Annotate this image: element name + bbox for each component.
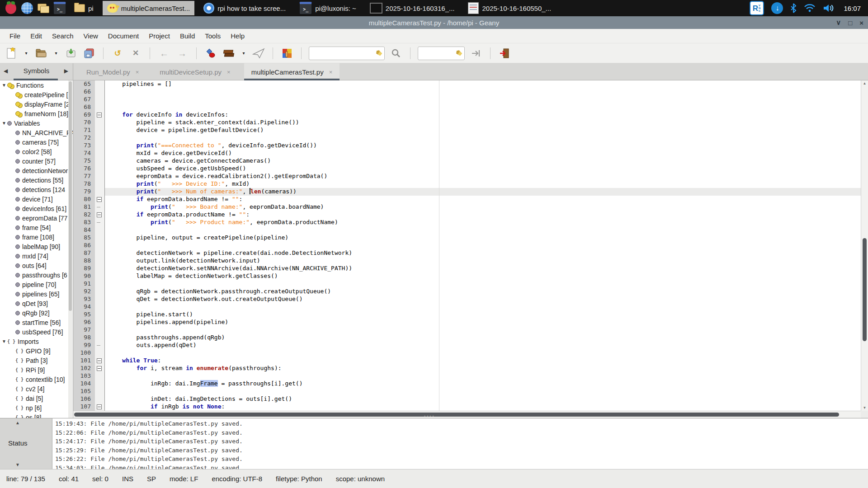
line-number[interactable]: 81 [73,203,95,211]
symbol-category[interactable]: ▼Functions [0,80,73,90]
sidebar-scrollbar[interactable] [68,80,72,418]
expander-icon[interactable]: ▼ [2,121,7,126]
code-line[interactable]: 70 pipeline = stack.enter_context(dai.Pi… [73,119,861,127]
close-file-icon[interactable]: ✕ [129,46,142,61]
code-line[interactable]: 83 print(" >>> Product name:", eepromDat… [73,219,861,226]
code-line[interactable]: 102 for i, stream in enumerate(passthrou… [73,365,861,372]
editor-tab[interactable]: multiDeviceSetup.py× [152,63,237,80]
run-icon[interactable] [252,46,265,61]
fold-margin[interactable] [95,357,105,365]
fold-collapse-icon[interactable] [97,366,102,371]
code-line[interactable]: 68 [73,103,861,111]
menu-document[interactable]: Document [103,32,144,40]
fold-margin[interactable] [95,265,105,272]
line-number[interactable]: 85 [73,234,95,242]
symbol-item[interactable]: NN_ARCHIVE_PAT [0,128,73,137]
code-line[interactable]: 95 pipeline.start() [73,311,861,319]
fold-margin[interactable] [95,173,105,180]
fold-margin[interactable] [95,342,105,349]
new-file-dropdown-icon[interactable]: ▾ [23,46,30,61]
updates-icon[interactable]: ↓ [771,2,783,14]
search-input[interactable] [309,47,385,60]
code-line[interactable]: 87 detectionNetwork = pipeline.create(da… [73,249,861,257]
close-window-icon[interactable]: × [859,19,863,27]
code-line[interactable]: 65 pipelines = [] [73,80,861,88]
symbol-item[interactable]: detections [124 [0,185,73,194]
line-number[interactable]: 84 [73,226,95,234]
wifi-icon[interactable] [804,4,816,13]
symbol-item[interactable]: { }Path [3] [0,356,73,365]
symbol-item[interactable]: createPipeline [1 [0,90,73,99]
symbol-item[interactable]: { }RPi [9] [0,365,73,375]
line-number[interactable]: 101 [73,357,95,365]
fold-margin[interactable] [95,111,105,119]
line-number[interactable]: 104 [73,380,95,388]
code-line[interactable]: 88 output.link(detectionNetwork.input) [73,257,861,265]
fold-margin[interactable] [95,119,105,127]
editor-tab[interactable]: Run_Model.py× [79,63,146,80]
symbol-item[interactable]: passthroughs [6 [0,270,73,280]
open-file-dropdown-icon[interactable]: ▾ [52,46,60,61]
tab-close-icon[interactable]: × [227,69,231,75]
symbol-item[interactable]: { }dai [5] [0,394,73,403]
line-number[interactable]: 106 [73,395,95,403]
fold-margin[interactable] [95,134,105,142]
symbol-item[interactable]: frame [108] [0,232,73,242]
tab-close-icon[interactable]: × [136,69,139,75]
code-line[interactable]: 93 qDet = detectionNetwork.out.createOut… [73,296,861,303]
code-line[interactable]: 72 [73,134,861,142]
symbol-item[interactable]: qRgb [92] [0,308,73,318]
line-number[interactable]: 83 [73,219,95,226]
taskbar-task[interactable]: rpi how to take scree... [199,1,290,15]
fold-margin[interactable] [95,403,105,411]
line-number[interactable]: 67 [73,96,95,103]
symbol-item[interactable]: frameNorm [18] [0,109,73,118]
message-tab-status[interactable]: Status [8,439,28,447]
code-line[interactable]: 86 [73,242,861,249]
fold-margin[interactable] [95,326,105,334]
fold-margin[interactable] [95,234,105,242]
new-file-icon[interactable] [5,46,18,61]
line-number[interactable]: 91 [73,280,95,288]
fold-margin[interactable] [95,388,105,395]
fold-margin[interactable] [95,103,105,111]
vnc-icon[interactable]: RVNC [750,1,764,15]
symbol-item[interactable]: { }GPIO [9] [0,346,73,356]
fold-margin[interactable] [95,272,105,280]
fold-margin[interactable] [95,165,105,173]
symbol-item[interactable]: eepromData [77 [0,213,73,223]
code-line[interactable]: 97 [73,326,861,334]
line-number[interactable]: 66 [73,88,95,96]
web-browser-icon[interactable] [21,2,33,14]
code-line[interactable]: 96 pipelines.append(pipeline) [73,319,861,326]
sidebar-tab-symbols[interactable]: ◀ Symbols ▶ [0,63,73,80]
maximize-icon[interactable]: □ [848,19,852,27]
menu-edit[interactable]: Edit [25,32,47,40]
fold-margin[interactable] [95,150,105,157]
symbol-category[interactable]: ▼Variables [0,118,73,128]
code-line[interactable]: 106 inDet: dai.ImgDetections = outs[i].g… [73,395,861,403]
line-number[interactable]: 80 [73,196,95,203]
line-number[interactable]: 90 [73,272,95,280]
fold-margin[interactable] [95,257,105,265]
menu-file[interactable]: File [5,32,25,40]
editor-vscrollbar[interactable]: ▲▼ [861,80,868,411]
line-number[interactable]: 78 [73,180,95,188]
symbol-item[interactable]: displayFrame [2 [0,99,73,109]
line-number[interactable]: 76 [73,165,95,173]
fold-margin[interactable] [95,127,105,134]
fold-margin[interactable] [95,226,105,234]
fold-margin[interactable] [95,196,105,203]
fold-margin[interactable] [95,80,105,88]
taskbar-task[interactable]: 2025-10-16-160550_... [463,1,556,15]
code-line[interactable]: 73 print("===Connected to ", deviceInfo.… [73,142,861,150]
menu-build[interactable]: Build [175,32,200,40]
symbol-item[interactable]: { }cv2 [4] [0,384,73,394]
code-line[interactable]: 94 [73,303,861,311]
minimize-icon[interactable]: ∨ [836,19,841,27]
code-line[interactable]: 80 if eepromData.boardName != "": [73,196,861,203]
fold-margin[interactable] [95,211,105,219]
code-line[interactable]: 101 while True: [73,357,861,365]
fold-collapse-icon[interactable] [97,212,102,217]
line-number[interactable]: 96 [73,319,95,326]
